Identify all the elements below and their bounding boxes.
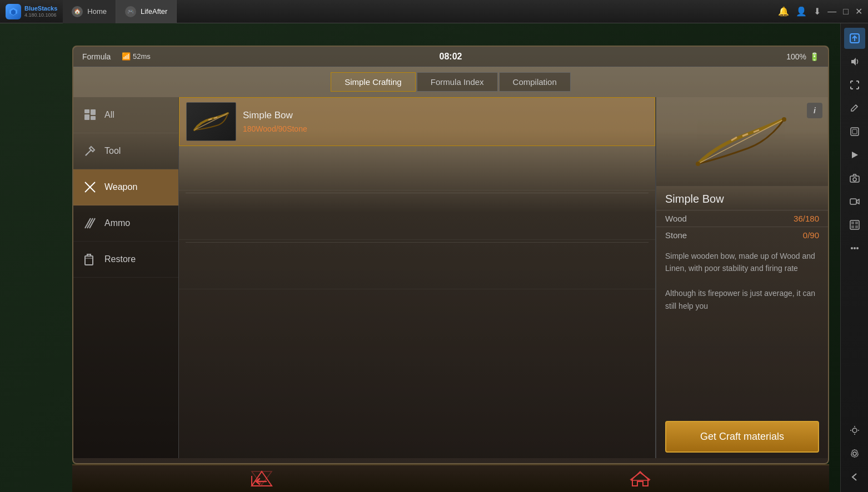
category-all-label: All bbox=[104, 110, 114, 120]
svg-rect-10 bbox=[850, 199, 856, 204]
camera-icon-btn[interactable] bbox=[844, 168, 865, 189]
detail-description-text1: Simple wooden bow, made up of Wood and L… bbox=[665, 250, 819, 275]
brand-info: BlueStacks 4.180.10.1006 bbox=[24, 5, 57, 17]
wood-value: 36/180 bbox=[794, 214, 819, 223]
edit-icon-btn[interactable] bbox=[844, 98, 865, 119]
simple-bow-materials: 180Wood/90Stone bbox=[243, 124, 648, 133]
svg-rect-16 bbox=[855, 225, 858, 228]
more-icon-btn[interactable] bbox=[844, 238, 865, 259]
layers-icon-btn[interactable] bbox=[844, 121, 865, 142]
svg-point-9 bbox=[853, 178, 856, 181]
detail-panel: i Simple Bow Wood 36/180 Stone 0/90 Simp… bbox=[656, 97, 828, 458]
svg-point-20 bbox=[852, 428, 857, 433]
svg-point-17 bbox=[851, 247, 853, 249]
svg-rect-28 bbox=[91, 109, 96, 115]
notification-icon[interactable]: 🔔 bbox=[778, 6, 789, 17]
tab-lifeafter[interactable]: 🎮 LifeAfter bbox=[116, 0, 177, 23]
svg-point-39 bbox=[696, 162, 700, 166]
detail-title: Simple Bow bbox=[656, 186, 828, 210]
category-ammo-label: Ammo bbox=[104, 218, 130, 228]
minimize-button[interactable]: — bbox=[827, 7, 836, 17]
fullscreen-icon-btn[interactable] bbox=[844, 74, 865, 96]
svg-rect-29 bbox=[91, 116, 96, 120]
home-tab-icon: 🏠 bbox=[72, 6, 83, 17]
svg-point-25 bbox=[853, 452, 856, 455]
lifeafter-tab-label: LifeAfter bbox=[141, 7, 167, 16]
svg-rect-26 bbox=[84, 109, 89, 113]
home-nav-button[interactable] bbox=[623, 468, 657, 490]
right-sidebar bbox=[840, 23, 868, 492]
category-all[interactable]: All bbox=[73, 97, 178, 133]
svg-marker-11 bbox=[857, 199, 859, 204]
category-sidebar: All Tool Weapon bbox=[73, 97, 179, 458]
simple-bow-info: Simple Bow 180Wood/90Stone bbox=[243, 110, 648, 133]
category-ammo[interactable]: Ammo bbox=[73, 205, 178, 242]
settings-icon-btn[interactable] bbox=[844, 443, 865, 464]
simple-bow-name: Simple Bow bbox=[243, 110, 648, 121]
game-tabs: Simple Crafting Formula Index Compilatio… bbox=[73, 67, 828, 97]
svg-point-19 bbox=[856, 247, 859, 249]
home-tab-label: Home bbox=[87, 7, 107, 16]
gallery-icon-btn[interactable] bbox=[844, 214, 865, 235]
tab-formula-index[interactable]: Formula Index bbox=[417, 72, 498, 92]
svg-rect-5 bbox=[851, 128, 859, 135]
sound-icon-btn[interactable] bbox=[844, 51, 865, 72]
category-tool[interactable]: Tool bbox=[73, 133, 178, 169]
category-weapon[interactable]: Weapon bbox=[73, 169, 178, 205]
item-row-simple-bow[interactable]: Simple Bow 180Wood/90Stone bbox=[179, 97, 655, 146]
detail-description-text2: Although its firepower is just average, … bbox=[665, 287, 819, 312]
game-status-bar: Formula 📶 52ms 08:02 100% 🔋 bbox=[73, 47, 828, 67]
category-restore-icon bbox=[82, 252, 98, 267]
category-weapon-icon bbox=[82, 179, 98, 195]
svg-rect-13 bbox=[851, 222, 854, 224]
category-tool-icon bbox=[82, 143, 98, 159]
get-craft-materials-button[interactable]: Get Craft materials bbox=[665, 421, 819, 453]
status-time: 08:02 bbox=[440, 52, 462, 62]
tab-home[interactable]: 🏠 Home bbox=[63, 0, 116, 23]
tab-compilation-label: Compilation bbox=[513, 77, 557, 87]
category-tool-label: Tool bbox=[104, 146, 121, 156]
detail-stat-stone: Stone 0/90 bbox=[656, 227, 828, 243]
status-wifi: 📶 52ms bbox=[122, 52, 150, 61]
detail-image-area: i bbox=[656, 97, 828, 186]
info-button-label: i bbox=[814, 106, 816, 115]
item-divider-1 bbox=[186, 193, 648, 193]
maximize-button[interactable]: □ bbox=[843, 7, 849, 17]
tab-simple-crafting[interactable]: Simple Crafting bbox=[331, 72, 416, 92]
category-restore[interactable]: Restore bbox=[73, 242, 178, 278]
category-ammo-icon bbox=[82, 215, 98, 231]
share-icon-btn[interactable] bbox=[844, 28, 865, 49]
category-restore-label: Restore bbox=[104, 254, 136, 264]
status-battery: 100% 🔋 bbox=[786, 52, 819, 61]
game-main-content: All Tool Weapon bbox=[73, 97, 828, 458]
svg-rect-15 bbox=[851, 225, 854, 228]
svg-point-40 bbox=[782, 117, 786, 122]
item-row-empty-3 bbox=[179, 245, 655, 289]
svg-rect-35 bbox=[85, 256, 93, 265]
svg-rect-14 bbox=[855, 222, 858, 224]
download-icon[interactable]: ⬇ bbox=[814, 6, 821, 17]
lifeafter-tab-icon: 🎮 bbox=[125, 6, 136, 17]
account-icon[interactable]: 👤 bbox=[796, 6, 807, 17]
close-button[interactable]: ✕ bbox=[855, 6, 862, 17]
wood-label: Wood bbox=[665, 214, 687, 223]
record-icon-btn[interactable] bbox=[844, 191, 865, 212]
tab-compilation[interactable]: Compilation bbox=[499, 72, 571, 92]
game-panel: Formula 📶 52ms 08:02 100% 🔋 Simple Craft… bbox=[72, 46, 829, 464]
detail-description: Simple wooden bow, made up of Wood and L… bbox=[656, 243, 828, 415]
tab-formula-index-label: Formula Index bbox=[431, 77, 484, 87]
svg-rect-27 bbox=[84, 114, 89, 120]
game-bottom-nav bbox=[72, 464, 829, 492]
back-nav-icon-btn[interactable] bbox=[844, 466, 865, 488]
back-nav-button[interactable] bbox=[245, 468, 278, 490]
taskbar: BlueStacks 4.180.10.1006 🏠 Home 🎮 LifeAf… bbox=[0, 0, 868, 23]
item-row-empty-1 bbox=[179, 146, 655, 190]
detail-info-button[interactable]: i bbox=[807, 103, 822, 118]
brightness-icon-btn[interactable] bbox=[844, 420, 865, 441]
status-formula-label: Formula bbox=[82, 52, 111, 61]
svg-marker-7 bbox=[852, 152, 858, 158]
play-icon-btn[interactable] bbox=[844, 144, 865, 165]
category-weapon-label: Weapon bbox=[104, 182, 137, 192]
item-row-empty-2 bbox=[179, 195, 655, 240]
svg-line-4 bbox=[856, 105, 857, 107]
